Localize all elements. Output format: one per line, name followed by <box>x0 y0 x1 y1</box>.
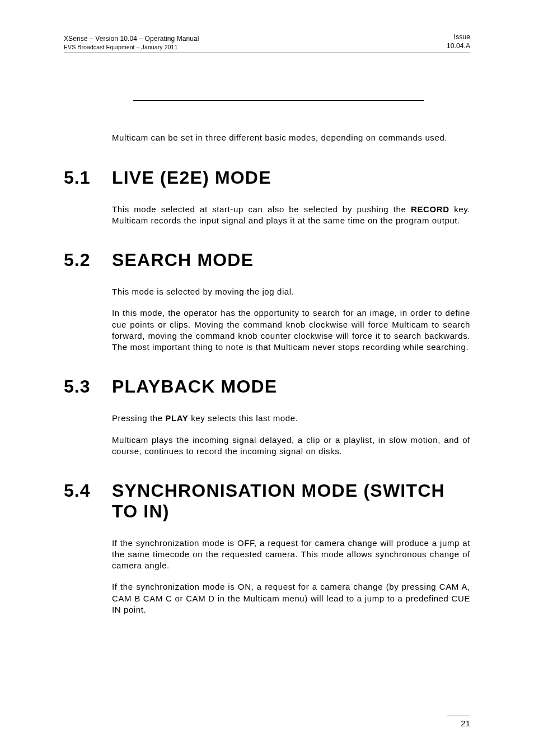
para-bold: PLAY <box>165 413 188 423</box>
section-body-5-2: This mode is selected by moving the jog … <box>112 286 470 353</box>
intro-paragraph: Multicam can be set in three different b… <box>112 132 470 143</box>
section-body-5-1: This mode selected at start-up can also … <box>112 204 470 227</box>
section-title: SEARCH MODE <box>112 250 254 270</box>
body-area: Multicam can be set in three different b… <box>64 100 470 615</box>
header-divider <box>64 53 470 53</box>
section-title: PLAYBACK MODE <box>112 376 277 397</box>
section-number: 5.3 <box>64 376 112 397</box>
section-paragraph: In this mode, the operator has the oppor… <box>112 307 470 353</box>
para-bold: RECORD <box>411 204 449 214</box>
header-right-top: Issue <box>447 32 470 41</box>
section-paragraph: This mode selected at start-up can also … <box>112 204 470 227</box>
page-number: 21 <box>447 718 470 728</box>
section-number: 5.2 <box>64 250 112 270</box>
section-head-5-1: 5.1 LIVE (E2E) MODE <box>64 167 470 188</box>
header-right: Issue 10.04.A <box>447 32 470 50</box>
section-paragraph: Multicam plays the incoming signal delay… <box>112 435 470 458</box>
section-body-5-3: Pressing the PLAY key selects this last … <box>112 413 470 457</box>
section-head-5-3: 5.3 PLAYBACK MODE <box>64 376 470 397</box>
section-paragraph: If the synchronization mode is OFF, a re… <box>112 538 470 572</box>
section-number: 5.4 <box>64 480 112 501</box>
section-paragraph: Pressing the PLAY key selects this last … <box>112 413 470 424</box>
footer: 21 <box>447 716 470 728</box>
section-body-5-4: If the synchronization mode is OFF, a re… <box>112 538 470 616</box>
header-left-bottom: EVS Broadcast Equipment – January 2011 <box>64 44 199 50</box>
intro-divider <box>133 100 424 101</box>
intro-block: Multicam can be set in three different b… <box>112 132 470 143</box>
para-post: key selects this last mode. <box>188 413 298 423</box>
header-left: XSense – Version 10.04 – Operating Manua… <box>64 35 199 50</box>
section-title: SYNCHRONISATION MODE (SWITCH TO IN) <box>112 480 470 522</box>
header-left-top: XSense – Version 10.04 – Operating Manua… <box>64 35 199 43</box>
section-title: LIVE (E2E) MODE <box>112 167 271 188</box>
page-container: XSense – Version 10.04 – Operating Manua… <box>0 0 534 756</box>
section-paragraph: This mode is selected by moving the jog … <box>112 286 470 297</box>
header-row: XSense – Version 10.04 – Operating Manua… <box>64 32 470 50</box>
section-head-5-2: 5.2 SEARCH MODE <box>64 250 470 270</box>
para-pre: This mode selected at start-up can also … <box>112 204 411 214</box>
para-pre: Pressing the <box>112 413 165 423</box>
section-paragraph: If the synchronization mode is ON, a req… <box>112 581 470 615</box>
header-right-bottom: 10.04.A <box>447 41 470 50</box>
section-number: 5.1 <box>64 167 112 188</box>
footer-divider <box>447 716 470 716</box>
section-head-5-4: 5.4 SYNCHRONISATION MODE (SWITCH TO IN) <box>64 480 470 522</box>
